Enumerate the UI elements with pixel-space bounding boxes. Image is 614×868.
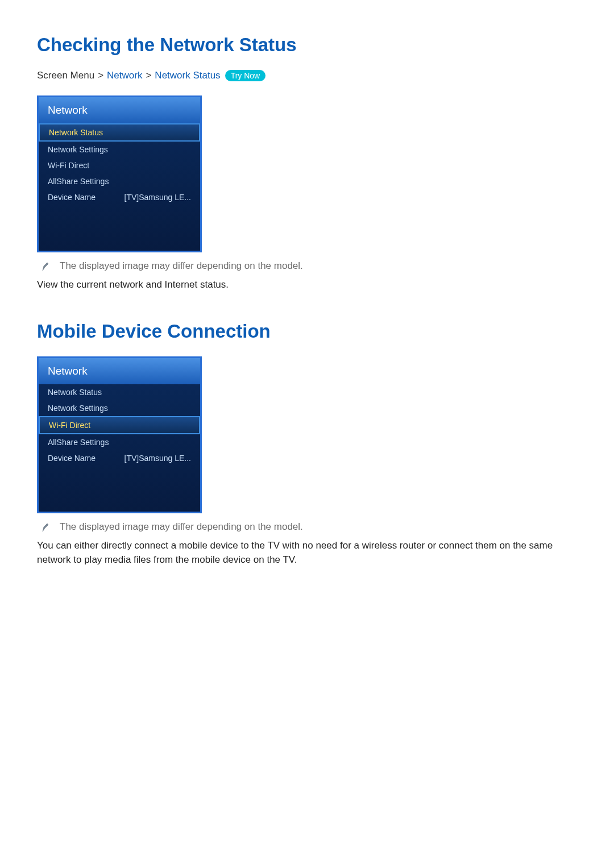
menu-item-label: AllShare Settings — [48, 177, 109, 186]
try-now-badge[interactable]: Try Now — [225, 70, 266, 81]
section-title-2: Mobile Device Connection — [37, 321, 577, 342]
tv-menu-panel-1: Network Network Status Network Settings … — [37, 95, 202, 252]
menu-item-label: Device Name — [48, 454, 96, 463]
note-row-2: The displayed image may differ depending… — [37, 521, 577, 533]
panel-header: Network — [39, 97, 200, 123]
menu-item-label: Device Name — [48, 193, 96, 202]
menu-item-allshare[interactable]: AllShare Settings — [39, 434, 200, 450]
menu-item-allshare[interactable]: AllShare Settings — [39, 173, 200, 189]
menu-item-value: [TV]Samsung LE... — [125, 193, 192, 202]
menu-item-label: Network Status — [48, 388, 102, 397]
menu-item-network-settings[interactable]: Network Settings — [39, 142, 200, 157]
menu-item-label: Network Settings — [48, 404, 108, 413]
menu-item-wifi-direct[interactable]: Wi-Fi Direct — [39, 416, 200, 434]
menu-item-device-name[interactable]: Device Name [TV]Samsung LE... — [39, 189, 200, 205]
menu-item-network-settings[interactable]: Network Settings — [39, 400, 200, 416]
body-paragraph-2: You can either directly connect a mobile… — [37, 538, 577, 567]
menu-item-network-status[interactable]: Network Status — [39, 123, 200, 142]
menu-item-label: Wi-Fi Direct — [48, 161, 89, 170]
breadcrumb-network-status[interactable]: Network Status — [155, 70, 220, 81]
panel-spacer — [39, 205, 200, 251]
menu-item-device-name[interactable]: Device Name [TV]Samsung LE... — [39, 450, 200, 466]
panel-body: Network Status Network Settings Wi-Fi Di… — [39, 384, 200, 512]
note-text: The displayed image may differ depending… — [60, 260, 303, 272]
menu-item-label: Network Settings — [48, 145, 108, 154]
pencil-icon — [42, 261, 49, 272]
section-title-1: Checking the Network Status — [37, 34, 577, 56]
menu-item-label: AllShare Settings — [48, 438, 109, 447]
menu-item-label: Network Status — [49, 128, 103, 137]
breadcrumb-sep: > — [146, 70, 151, 81]
panel-spacer — [39, 466, 200, 512]
breadcrumb-network[interactable]: Network — [107, 70, 142, 81]
panel-body: Network Status Network Settings Wi-Fi Di… — [39, 123, 200, 251]
breadcrumb-sep: > — [98, 70, 103, 81]
breadcrumb-root: Screen Menu — [37, 70, 94, 81]
breadcrumb: Screen Menu > Network > Network Status T… — [37, 70, 577, 81]
menu-item-network-status[interactable]: Network Status — [39, 384, 200, 400]
note-text: The displayed image may differ depending… — [60, 521, 303, 533]
menu-item-wifi-direct[interactable]: Wi-Fi Direct — [39, 157, 200, 173]
tv-menu-panel-2: Network Network Status Network Settings … — [37, 356, 202, 513]
menu-item-value: [TV]Samsung LE... — [125, 454, 192, 463]
body-paragraph-1: View the current network and Internet st… — [37, 277, 577, 292]
menu-item-label: Wi-Fi Direct — [49, 421, 90, 430]
pencil-icon — [42, 522, 49, 533]
note-row-1: The displayed image may differ depending… — [37, 260, 577, 272]
panel-header: Network — [39, 358, 200, 384]
